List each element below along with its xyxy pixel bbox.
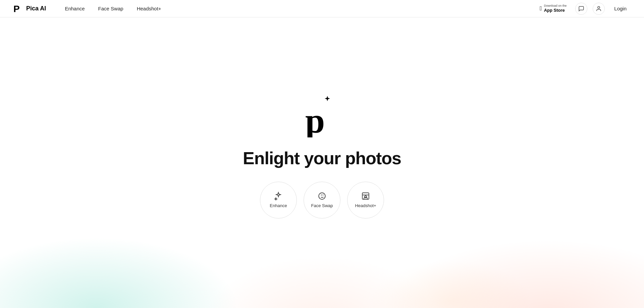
nav-enhance[interactable]: Enhance [59,4,90,13]
enhance-icon [274,192,283,200]
app-store-button[interactable]:  Download on the App Store [536,3,570,14]
svg-rect-4 [362,193,369,199]
hero-section: p Enlight your photos Enhance [243,94,401,219]
headshot-icon [361,192,370,200]
face-swap-icon [318,192,326,200]
nav-links: Enhance Face Swap Headshot+ [59,4,536,13]
app-store-text: Download on the App Store [544,4,567,13]
apple-icon:  [540,5,542,12]
user-icon-button[interactable] [593,3,605,15]
svg-point-3 [319,193,325,199]
app-store-sublabel: Download on the [544,4,567,8]
svg-text:P: P [13,4,20,14]
nav-face-swap[interactable]: Face Swap [93,4,129,13]
login-button[interactable]: Login [610,4,631,13]
navbar-right:  Download on the App Store Login [536,3,631,15]
logo[interactable]: P Pica AI [13,3,46,14]
feature-card-face-swap[interactable]: Face Swap [304,182,340,219]
hero-title: Enlight your photos [243,148,401,168]
navbar: P Pica AI Enhance Face Swap Headshot+  … [0,0,644,17]
enhance-label: Enhance [270,203,287,208]
feature-card-headshot[interactable]: Headshot+ [347,182,384,219]
face-swap-label: Face Swap [311,203,333,208]
main-content: p Enlight your photos Enhance [0,0,644,308]
message-icon [578,6,584,12]
svg-point-1 [598,6,600,8]
nav-headshot[interactable]: Headshot+ [131,4,167,13]
app-store-mainlabel: App Store [544,8,567,13]
message-icon-button[interactable] [575,3,587,15]
logo-text: Pica AI [26,5,46,12]
pica-ai-logo-icon: P [13,3,24,14]
feature-cards: Enhance Face Swap [260,182,384,219]
headshot-label: Headshot+ [355,203,376,208]
hero-logo-mark: p [302,94,342,137]
feature-card-enhance[interactable]: Enhance [260,182,297,219]
svg-text:p: p [305,101,325,137]
user-icon [596,6,602,12]
